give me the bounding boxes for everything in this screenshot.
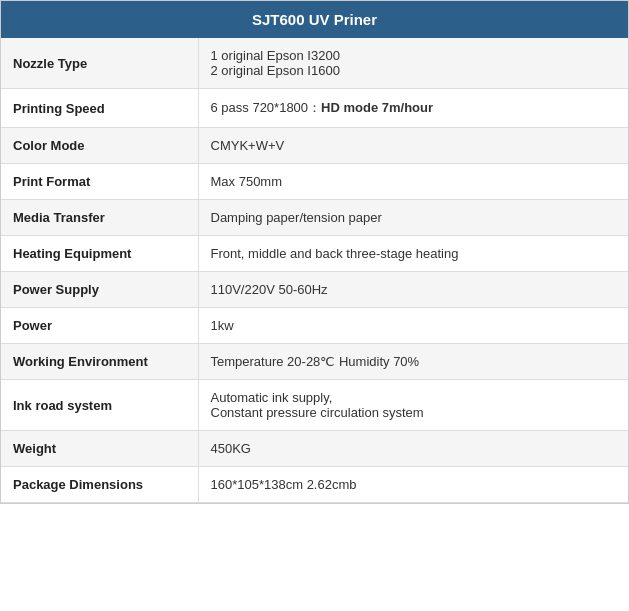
table-row: Print FormatMax 750mm [1, 164, 628, 200]
spec-value-line: Automatic ink supply, [211, 390, 333, 405]
spec-value: Front, middle and back three-stage heati… [198, 236, 628, 272]
spec-label: Power Supply [1, 272, 198, 308]
spec-label: Nozzle Type [1, 38, 198, 89]
table-row: Nozzle Type1 original Epson I32002 origi… [1, 38, 628, 89]
spec-value: 6 pass 720*1800：HD mode 7m/hour [198, 89, 628, 128]
spec-label: Package Dimensions [1, 467, 198, 503]
spec-value: 160*105*138cm 2.62cmb [198, 467, 628, 503]
spec-value: Damping paper/tension paper [198, 200, 628, 236]
table-row: Power1kw [1, 308, 628, 344]
spec-label: Print Format [1, 164, 198, 200]
spec-label: Ink road system [1, 380, 198, 431]
table-row: Ink road systemAutomatic ink supply,Cons… [1, 380, 628, 431]
table-row: Printing Speed6 pass 720*1800：HD mode 7m… [1, 89, 628, 128]
spec-value: 1kw [198, 308, 628, 344]
spec-label: Weight [1, 431, 198, 467]
spec-value: Max 750mm [198, 164, 628, 200]
spec-value: 110V/220V 50-60Hz [198, 272, 628, 308]
table-row: Media TransferDamping paper/tension pape… [1, 200, 628, 236]
table-row: Weight450KG [1, 431, 628, 467]
spec-value: 1 original Epson I32002 original Epson I… [198, 38, 628, 89]
spec-label: Color Mode [1, 128, 198, 164]
spec-value: 450KG [198, 431, 628, 467]
spec-label: Heating Equipment [1, 236, 198, 272]
table-row: Color ModeCMYK+W+V [1, 128, 628, 164]
spec-value-line: 1 original Epson I3200 [211, 48, 340, 63]
spec-value: CMYK+W+V [198, 128, 628, 164]
spec-label: Media Transfer [1, 200, 198, 236]
spec-value: Temperature 20-28℃ Humidity 70% [198, 344, 628, 380]
table-row: Package Dimensions160*105*138cm 2.62cmb [1, 467, 628, 503]
spec-value: Automatic ink supply,Constant pressure c… [198, 380, 628, 431]
table-header: SJT600 UV Priner [1, 1, 628, 38]
table-title: SJT600 UV Priner [252, 11, 377, 28]
spec-label: Power [1, 308, 198, 344]
table-row: Working EnvironmentTemperature 20-28℃ Hu… [1, 344, 628, 380]
spec-label: Printing Speed [1, 89, 198, 128]
specifications-table: Nozzle Type1 original Epson I32002 origi… [1, 38, 628, 503]
spec-value-line: 2 original Epson I1600 [211, 63, 340, 78]
spec-table-container: SJT600 UV Priner Nozzle Type1 original E… [0, 0, 629, 504]
spec-value-bold: HD mode 7m/hour [321, 100, 433, 115]
table-row: Heating EquipmentFront, middle and back … [1, 236, 628, 272]
spec-label: Working Environment [1, 344, 198, 380]
spec-value-prefix: 6 pass 720*1800： [211, 100, 322, 115]
table-row: Power Supply110V/220V 50-60Hz [1, 272, 628, 308]
spec-value-line: Constant pressure circulation system [211, 405, 424, 420]
